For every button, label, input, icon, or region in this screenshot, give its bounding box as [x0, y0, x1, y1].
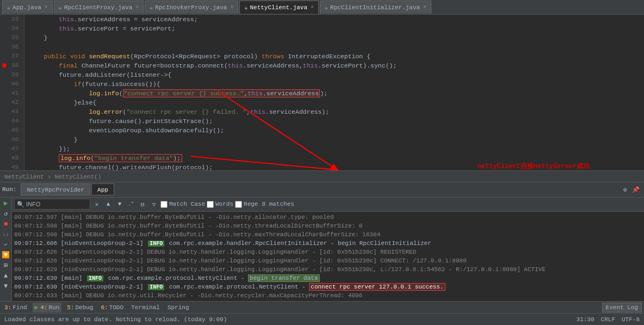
search-icon: 🔍: [17, 201, 24, 208]
match-count: 8 matches: [262, 201, 294, 207]
java-icon: ☕: [150, 4, 153, 11]
code-editor: 33 34 35 36 37 38 39 40 41 42 43 44 45 4…: [0, 15, 644, 170]
filter2-icon[interactable]: ▽: [149, 199, 159, 209]
log-line: 09:07:12.597 [main] DEBUG io.netty.buffe…: [14, 213, 642, 222]
close-icon[interactable]: ×: [230, 4, 233, 10]
code-line: public void sendRequest(RpcProtocol<RpcR…: [29, 52, 640, 61]
scroll-end-icon[interactable]: ↓↓: [1, 230, 11, 240]
tab-rpcclientproxy[interactable]: ☕ RpcClientProxy.java ×: [54, 1, 144, 14]
filter-results-icon[interactable]: ⊟: [138, 199, 147, 209]
spring-button[interactable]: Spring: [165, 303, 191, 312]
run-tab-nettyrpcprovider[interactable]: NettyRpcProvider: [21, 183, 90, 195]
code-line: eventLoopGroup.shutdownGracefully();: [29, 126, 640, 135]
log-line: 09:07:12.629 [nioEventLoopGroup-2-1] DEB…: [14, 265, 642, 274]
code-content[interactable]: this.serviceAddress = serviceAddress; th…: [24, 15, 644, 170]
annotation-text: nettyClient连接nettyServer成功: [478, 162, 590, 170]
run-button-bottom[interactable]: ▶ 4: Run: [33, 303, 62, 312]
tab-bar: ☕ App.java × ☕ RpcClientProxy.java × ☕ R…: [0, 0, 644, 15]
run-label: Run:: [2, 186, 16, 193]
log-line-connect-success: 09:07:12.630 [nioEventLoopGroup-2-1] INF…: [14, 283, 642, 291]
run-tab-bar: Run: NettyRpcProvider App ⚙ 📌: [0, 182, 644, 198]
code-line: log.error("connect rpc server {} failed.…: [29, 107, 640, 116]
status-message: Loaded classes are up to date. Nothing t…: [4, 316, 227, 323]
code-line: }: [29, 33, 640, 42]
close-icon[interactable]: ×: [311, 4, 314, 10]
soft-wrap-icon[interactable]: ↩: [1, 240, 11, 250]
todo-button[interactable]: 6: TODO: [98, 303, 126, 312]
close-icon[interactable]: ×: [135, 4, 139, 10]
tab-rpcinovkerproxy[interactable]: ☕ RpcInovkerProxy.java ×: [145, 1, 238, 14]
code-line: log.info("connect rpc server {} success.…: [29, 89, 640, 98]
run-side-icons: ▶ ↺ ■ ↓↓ ↩ 🔽 ⊞ ▲ ▼: [0, 198, 12, 313]
code-line: this.serviceAddress = serviceAddress;: [29, 15, 640, 24]
run-icon-bottom: ▶: [35, 304, 39, 311]
java-icon: ☕: [59, 4, 62, 11]
up-icon[interactable]: ▲: [1, 271, 11, 281]
event-log-button[interactable]: Event Log: [602, 303, 642, 312]
cursor-position[interactable]: 31:30: [577, 316, 595, 323]
regex-checkbox[interactable]: Rege: [235, 201, 258, 208]
code-line: }else{: [29, 98, 640, 107]
code-line: [29, 42, 640, 52]
tab-app[interactable]: ☕ App.java ×: [2, 1, 53, 14]
status-right: 31:30 CRLF UTF-8: [577, 316, 640, 323]
log-line: 09:07:12.626 [nioEventLoopGroup-2-1] DEB…: [14, 248, 642, 256]
breadcrumb: NettyClient › NettyClient(): [0, 170, 644, 182]
log-toolbar: 🔍 ✕ ▲ ▼ .* ⊟ ▽ Match Case Words: [12, 198, 644, 212]
tab-nettyclient[interactable]: ☕ NettyClient.java ×: [239, 1, 319, 14]
java-icon: ☕: [244, 4, 247, 11]
code-line: if(future.isSuccess()){: [29, 79, 640, 89]
log-line-begin-transfer: 09:07:12.630 [main] INFO com.rpc.example…: [14, 274, 642, 283]
tab-rpcclientinitializer[interactable]: ☕ RpcClientInitializer.java ×: [320, 1, 431, 14]
terminal-button[interactable]: Terminal: [129, 303, 162, 312]
encoding[interactable]: UTF-8: [622, 316, 640, 323]
line-ending[interactable]: CRLF: [601, 316, 615, 323]
run-panel: Run: NettyRpcProvider App ⚙ 📌 ▶ ↺ ■ ↓↓ ↩…: [0, 182, 644, 313]
log-line: 09:07:12.626 [nioEventLoopGroup-2-1] DEB…: [14, 256, 642, 265]
log-search-input[interactable]: [26, 201, 81, 207]
code-line: future.cause().printStackTrace();: [29, 116, 640, 126]
match-case-checkbox[interactable]: Match Case: [160, 201, 205, 208]
log-line: 09:07:12.598 [main] DEBUG io.netty.buffe…: [14, 222, 642, 230]
prev-match-icon[interactable]: ▲: [103, 199, 113, 209]
code-line: }: [29, 135, 640, 144]
log-line: 09:07:12.606 [nioEventLoopGroup-2-1] INF…: [14, 239, 642, 248]
code-line: });: [29, 144, 640, 154]
log-area[interactable]: 09:07:12.597 [main] DEBUG io.netty.buffe…: [12, 212, 644, 313]
stop-button[interactable]: ■: [1, 219, 11, 229]
words-checkbox[interactable]: Words: [207, 201, 233, 208]
expand-icon[interactable]: ⊞: [1, 261, 11, 271]
java-icon: ☕: [7, 4, 10, 11]
code-line: final ChannelFuture future=bootstrap.con…: [29, 61, 640, 70]
rerun-button[interactable]: ↺: [1, 209, 11, 219]
down-icon[interactable]: ▼: [1, 281, 11, 291]
run-tab-app[interactable]: App: [91, 183, 114, 195]
java-icon: ☕: [325, 4, 328, 11]
run-button[interactable]: ▶: [1, 199, 11, 209]
settings-icon[interactable]: ⚙: [620, 185, 630, 194]
log-line: 09:07:12.598 [main] DEBUG io.netty.buffe…: [14, 230, 642, 239]
clear-icon[interactable]: ✕: [92, 199, 102, 209]
pin-icon[interactable]: 📌: [631, 185, 641, 194]
filter-icon[interactable]: 🔽: [1, 250, 11, 260]
close-icon[interactable]: ×: [45, 4, 48, 10]
debug-button[interactable]: 5: Debug: [65, 303, 95, 312]
log-line: 09:07:12.633 [main] DEBUG io.netty.util.…: [14, 291, 642, 300]
next-match-icon[interactable]: ▼: [115, 199, 125, 209]
log-search-box[interactable]: 🔍: [14, 199, 90, 210]
code-line: this.servicePort = servicePort;: [29, 24, 640, 33]
line-numbers: 33 34 35 36 37 38 39 40 41 42 43 44 45 4…: [0, 15, 24, 170]
bottom-toolbar: 3: Find ▶ 4: Run 5: Debug 6: TODO Termin…: [0, 301, 644, 313]
find-button[interactable]: 3: Find: [2, 303, 29, 312]
regex-icon[interactable]: .*: [126, 199, 136, 209]
close-icon[interactable]: ×: [423, 4, 426, 10]
code-line: future.addListener(listener->{: [29, 70, 640, 79]
status-bar: Loaded classes are up to date. Nothing t…: [0, 313, 644, 325]
